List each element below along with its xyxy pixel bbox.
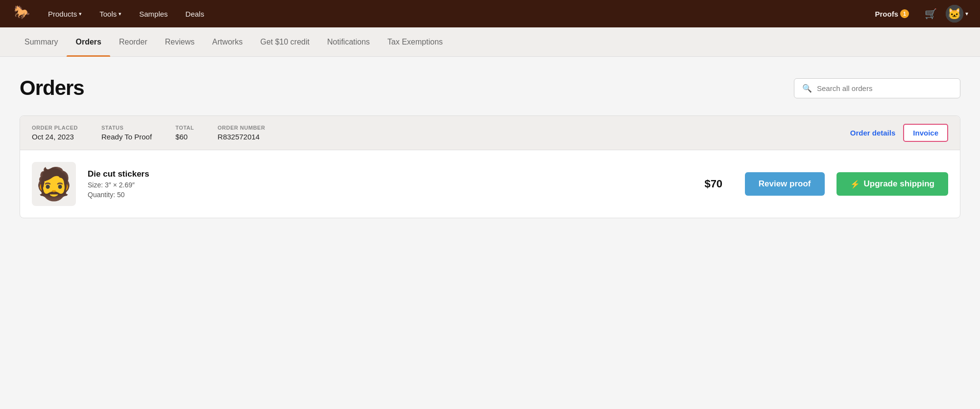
tab-notifications[interactable]: Notifications bbox=[318, 27, 379, 57]
tab-tax-exemptions[interactable]: Tax Exemptions bbox=[379, 27, 452, 57]
order-item-row: 🧔 Die cut stickers Size: 3″ × 2.69″ Quan… bbox=[20, 150, 960, 218]
order-card: ORDER PLACED Oct 24, 2023 STATUS Ready T… bbox=[20, 115, 960, 218]
nav-products[interactable]: Products ▾ bbox=[41, 6, 89, 22]
main-content: Orders 🔍 ORDER PLACED Oct 24, 2023 STATU… bbox=[0, 57, 980, 409]
brand-logo[interactable]: 🐎 bbox=[12, 3, 29, 24]
review-proof-button[interactable]: Review proof bbox=[745, 172, 825, 196]
product-size: Size: 3″ × 2.69″ bbox=[88, 181, 682, 189]
product-name: Die cut stickers bbox=[88, 169, 682, 179]
avatar: 🐱 bbox=[946, 5, 963, 23]
nav-tools[interactable]: Tools ▾ bbox=[93, 6, 128, 22]
order-header-actions: Order details Invoice bbox=[850, 124, 948, 142]
page-header: Orders 🔍 bbox=[20, 76, 960, 100]
lightning-icon: ⚡ bbox=[850, 180, 860, 189]
page-title: Orders bbox=[20, 76, 84, 100]
nav-samples[interactable]: Samples bbox=[132, 6, 174, 22]
tab-artworks[interactable]: Artworks bbox=[203, 27, 251, 57]
product-image: 🧔 bbox=[34, 168, 73, 200]
invoice-button[interactable]: Invoice bbox=[903, 124, 948, 142]
tab-summary[interactable]: Summary bbox=[16, 27, 67, 57]
upgrade-shipping-label: Upgrade shipping bbox=[864, 179, 935, 189]
total-label: TOTAL bbox=[175, 125, 194, 131]
order-details-link[interactable]: Order details bbox=[850, 129, 896, 137]
order-number-value: R832572014 bbox=[217, 133, 265, 141]
proofs-badge: 1 bbox=[900, 9, 909, 18]
status-label: STATUS bbox=[101, 125, 152, 131]
user-avatar-button[interactable]: 🐱 ▾ bbox=[946, 5, 968, 23]
order-number-field: ORDER NUMBER R832572014 bbox=[217, 125, 265, 141]
order-placed-label: ORDER PLACED bbox=[32, 125, 78, 131]
order-total-field: TOTAL $60 bbox=[175, 125, 194, 141]
search-input[interactable] bbox=[817, 84, 952, 92]
tab-orders[interactable]: Orders bbox=[67, 27, 110, 57]
nav-deals[interactable]: Deals bbox=[179, 6, 211, 22]
order-header: ORDER PLACED Oct 24, 2023 STATUS Ready T… bbox=[20, 116, 960, 150]
order-placed-field: ORDER PLACED Oct 24, 2023 bbox=[32, 125, 78, 141]
tab-get-credit[interactable]: Get $10 credit bbox=[251, 27, 318, 57]
proofs-button[interactable]: Proofs 1 bbox=[868, 5, 916, 22]
order-number-label: ORDER NUMBER bbox=[217, 125, 265, 131]
upgrade-shipping-button[interactable]: ⚡ Upgrade shipping bbox=[837, 172, 949, 196]
svg-text:🐱: 🐱 bbox=[948, 7, 961, 21]
tools-caret-icon: ▾ bbox=[119, 11, 121, 17]
top-navigation: 🐎 Products ▾ Tools ▾ Samples Deals Proof… bbox=[0, 0, 980, 27]
tab-reviews[interactable]: Reviews bbox=[156, 27, 203, 57]
product-quantity: Quantity: 50 bbox=[88, 191, 682, 199]
products-caret-icon: ▾ bbox=[79, 11, 82, 17]
product-info: Die cut stickers Size: 3″ × 2.69″ Quanti… bbox=[88, 169, 682, 199]
cart-button[interactable]: 🛒 bbox=[920, 4, 942, 23]
svg-text:🐎: 🐎 bbox=[14, 4, 29, 20]
status-value: Ready To Proof bbox=[101, 133, 152, 141]
order-status-field: STATUS Ready To Proof bbox=[101, 125, 152, 141]
cart-icon: 🛒 bbox=[925, 8, 937, 19]
avatar-caret-icon: ▾ bbox=[965, 10, 968, 17]
product-thumbnail: 🧔 bbox=[32, 162, 76, 206]
total-value: $60 bbox=[175, 133, 194, 141]
sub-navigation: Summary Orders Reorder Reviews Artworks … bbox=[0, 27, 980, 57]
tab-reorder[interactable]: Reorder bbox=[110, 27, 156, 57]
order-placed-value: Oct 24, 2023 bbox=[32, 133, 78, 141]
product-price: $70 bbox=[694, 178, 733, 190]
search-icon: 🔍 bbox=[802, 84, 812, 93]
search-box[interactable]: 🔍 bbox=[794, 78, 960, 98]
